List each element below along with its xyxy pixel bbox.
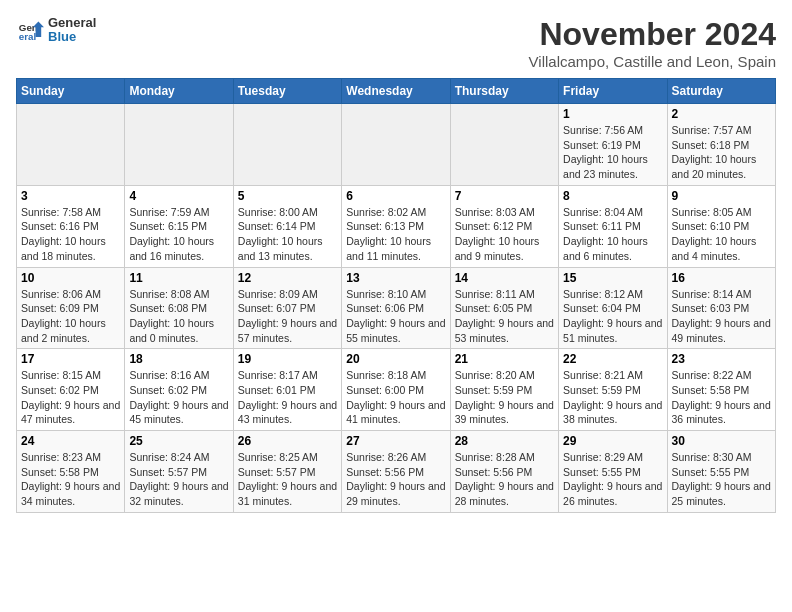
day-info: Sunrise: 8:10 AM Sunset: 6:06 PM Dayligh… (346, 287, 445, 346)
day-number: 30 (672, 434, 771, 448)
day-number: 17 (21, 352, 120, 366)
calendar-cell (342, 104, 450, 186)
calendar-week-4: 17Sunrise: 8:15 AM Sunset: 6:02 PM Dayli… (17, 349, 776, 431)
logo-icon: Gen eral (16, 16, 44, 44)
day-number: 8 (563, 189, 662, 203)
calendar-header-row: SundayMondayTuesdayWednesdayThursdayFrid… (17, 79, 776, 104)
day-number: 3 (21, 189, 120, 203)
day-number: 27 (346, 434, 445, 448)
day-info: Sunrise: 8:24 AM Sunset: 5:57 PM Dayligh… (129, 450, 228, 509)
calendar-cell: 30Sunrise: 8:30 AM Sunset: 5:55 PM Dayli… (667, 431, 775, 513)
day-info: Sunrise: 8:04 AM Sunset: 6:11 PM Dayligh… (563, 205, 662, 264)
day-number: 23 (672, 352, 771, 366)
calendar-cell: 8Sunrise: 8:04 AM Sunset: 6:11 PM Daylig… (559, 185, 667, 267)
calendar-cell (125, 104, 233, 186)
col-header-saturday: Saturday (667, 79, 775, 104)
calendar-cell: 23Sunrise: 8:22 AM Sunset: 5:58 PM Dayli… (667, 349, 775, 431)
calendar-week-3: 10Sunrise: 8:06 AM Sunset: 6:09 PM Dayli… (17, 267, 776, 349)
day-number: 12 (238, 271, 337, 285)
col-header-tuesday: Tuesday (233, 79, 341, 104)
calendar-cell: 5Sunrise: 8:00 AM Sunset: 6:14 PM Daylig… (233, 185, 341, 267)
day-info: Sunrise: 8:14 AM Sunset: 6:03 PM Dayligh… (672, 287, 771, 346)
day-number: 15 (563, 271, 662, 285)
day-number: 10 (21, 271, 120, 285)
calendar-cell: 28Sunrise: 8:28 AM Sunset: 5:56 PM Dayli… (450, 431, 558, 513)
day-info: Sunrise: 8:20 AM Sunset: 5:59 PM Dayligh… (455, 368, 554, 427)
day-info: Sunrise: 8:11 AM Sunset: 6:05 PM Dayligh… (455, 287, 554, 346)
svg-text:eral: eral (19, 31, 37, 42)
calendar-cell: 14Sunrise: 8:11 AM Sunset: 6:05 PM Dayli… (450, 267, 558, 349)
calendar-cell: 29Sunrise: 8:29 AM Sunset: 5:55 PM Dayli… (559, 431, 667, 513)
day-number: 28 (455, 434, 554, 448)
calendar-cell: 9Sunrise: 8:05 AM Sunset: 6:10 PM Daylig… (667, 185, 775, 267)
day-info: Sunrise: 7:56 AM Sunset: 6:19 PM Dayligh… (563, 123, 662, 182)
day-info: Sunrise: 8:25 AM Sunset: 5:57 PM Dayligh… (238, 450, 337, 509)
day-info: Sunrise: 7:59 AM Sunset: 6:15 PM Dayligh… (129, 205, 228, 264)
day-number: 4 (129, 189, 228, 203)
calendar-cell: 27Sunrise: 8:26 AM Sunset: 5:56 PM Dayli… (342, 431, 450, 513)
calendar-cell: 12Sunrise: 8:09 AM Sunset: 6:07 PM Dayli… (233, 267, 341, 349)
day-info: Sunrise: 8:03 AM Sunset: 6:12 PM Dayligh… (455, 205, 554, 264)
day-number: 24 (21, 434, 120, 448)
logo-text: General Blue (48, 16, 96, 45)
day-number: 5 (238, 189, 337, 203)
day-info: Sunrise: 8:08 AM Sunset: 6:08 PM Dayligh… (129, 287, 228, 346)
calendar-cell: 20Sunrise: 8:18 AM Sunset: 6:00 PM Dayli… (342, 349, 450, 431)
title-block: November 2024 Villalcampo, Castille and … (529, 16, 776, 70)
calendar-cell: 7Sunrise: 8:03 AM Sunset: 6:12 PM Daylig… (450, 185, 558, 267)
calendar-cell: 6Sunrise: 8:02 AM Sunset: 6:13 PM Daylig… (342, 185, 450, 267)
day-info: Sunrise: 7:58 AM Sunset: 6:16 PM Dayligh… (21, 205, 120, 264)
day-info: Sunrise: 8:28 AM Sunset: 5:56 PM Dayligh… (455, 450, 554, 509)
col-header-wednesday: Wednesday (342, 79, 450, 104)
day-number: 25 (129, 434, 228, 448)
logo: Gen eral General Blue (16, 16, 96, 45)
calendar-cell: 18Sunrise: 8:16 AM Sunset: 6:02 PM Dayli… (125, 349, 233, 431)
day-number: 13 (346, 271, 445, 285)
calendar-cell: 15Sunrise: 8:12 AM Sunset: 6:04 PM Dayli… (559, 267, 667, 349)
day-info: Sunrise: 8:30 AM Sunset: 5:55 PM Dayligh… (672, 450, 771, 509)
logo-blue: Blue (48, 30, 96, 44)
day-info: Sunrise: 8:26 AM Sunset: 5:56 PM Dayligh… (346, 450, 445, 509)
day-info: Sunrise: 8:18 AM Sunset: 6:00 PM Dayligh… (346, 368, 445, 427)
day-number: 21 (455, 352, 554, 366)
page-header: Gen eral General Blue November 2024 Vill… (16, 16, 776, 70)
page-title: November 2024 (529, 16, 776, 53)
calendar-cell: 16Sunrise: 8:14 AM Sunset: 6:03 PM Dayli… (667, 267, 775, 349)
day-number: 20 (346, 352, 445, 366)
day-info: Sunrise: 8:23 AM Sunset: 5:58 PM Dayligh… (21, 450, 120, 509)
calendar-week-2: 3Sunrise: 7:58 AM Sunset: 6:16 PM Daylig… (17, 185, 776, 267)
day-info: Sunrise: 8:16 AM Sunset: 6:02 PM Dayligh… (129, 368, 228, 427)
day-number: 18 (129, 352, 228, 366)
col-header-thursday: Thursday (450, 79, 558, 104)
day-info: Sunrise: 8:05 AM Sunset: 6:10 PM Dayligh… (672, 205, 771, 264)
calendar-cell: 4Sunrise: 7:59 AM Sunset: 6:15 PM Daylig… (125, 185, 233, 267)
calendar-table: SundayMondayTuesdayWednesdayThursdayFrid… (16, 78, 776, 513)
calendar-cell (450, 104, 558, 186)
day-info: Sunrise: 8:02 AM Sunset: 6:13 PM Dayligh… (346, 205, 445, 264)
day-number: 14 (455, 271, 554, 285)
day-number: 7 (455, 189, 554, 203)
day-number: 29 (563, 434, 662, 448)
calendar-cell: 1Sunrise: 7:56 AM Sunset: 6:19 PM Daylig… (559, 104, 667, 186)
calendar-cell: 11Sunrise: 8:08 AM Sunset: 6:08 PM Dayli… (125, 267, 233, 349)
page-subtitle: Villalcampo, Castille and Leon, Spain (529, 53, 776, 70)
logo-general: General (48, 16, 96, 30)
day-info: Sunrise: 8:17 AM Sunset: 6:01 PM Dayligh… (238, 368, 337, 427)
calendar-cell: 2Sunrise: 7:57 AM Sunset: 6:18 PM Daylig… (667, 104, 775, 186)
day-number: 16 (672, 271, 771, 285)
col-header-sunday: Sunday (17, 79, 125, 104)
calendar-cell (233, 104, 341, 186)
calendar-cell: 25Sunrise: 8:24 AM Sunset: 5:57 PM Dayli… (125, 431, 233, 513)
calendar-cell: 22Sunrise: 8:21 AM Sunset: 5:59 PM Dayli… (559, 349, 667, 431)
day-info: Sunrise: 8:29 AM Sunset: 5:55 PM Dayligh… (563, 450, 662, 509)
calendar-cell: 13Sunrise: 8:10 AM Sunset: 6:06 PM Dayli… (342, 267, 450, 349)
day-number: 2 (672, 107, 771, 121)
day-number: 19 (238, 352, 337, 366)
calendar-cell: 19Sunrise: 8:17 AM Sunset: 6:01 PM Dayli… (233, 349, 341, 431)
calendar-cell: 26Sunrise: 8:25 AM Sunset: 5:57 PM Dayli… (233, 431, 341, 513)
day-number: 11 (129, 271, 228, 285)
day-number: 22 (563, 352, 662, 366)
calendar-week-5: 24Sunrise: 8:23 AM Sunset: 5:58 PM Dayli… (17, 431, 776, 513)
col-header-friday: Friday (559, 79, 667, 104)
day-number: 26 (238, 434, 337, 448)
